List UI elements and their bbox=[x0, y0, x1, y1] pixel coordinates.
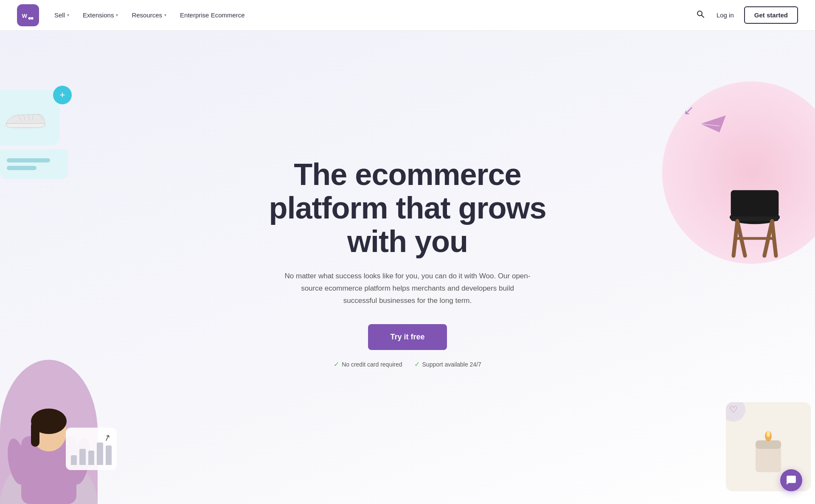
hero-subtitle: No matter what success looks like for yo… bbox=[284, 270, 531, 307]
nav-links: Sell ▾ Extensions ▾ Resources ▾ Enterpri… bbox=[54, 11, 245, 19]
nav-item-sell[interactable]: Sell ▾ bbox=[54, 11, 69, 19]
hero-content: The ecommerce platform that grows with y… bbox=[259, 158, 556, 368]
deco-paper-plane bbox=[700, 115, 726, 134]
login-link[interactable]: Log in bbox=[717, 11, 734, 19]
chat-button[interactable] bbox=[780, 469, 802, 491]
badge-support: ✓ Support available 24/7 bbox=[414, 360, 481, 368]
nav-item-enterprise[interactable]: Enterprise Ecommerce bbox=[180, 11, 245, 19]
hero-section: + ↗ bbox=[0, 31, 815, 504]
svg-rect-25 bbox=[756, 440, 781, 449]
nav-item-resources[interactable]: Resources ▾ bbox=[132, 11, 166, 19]
svg-line-5 bbox=[702, 15, 704, 17]
woo-logo[interactable]: W bbox=[17, 4, 39, 26]
deco-chart: ↗ bbox=[66, 428, 117, 470]
svg-point-2 bbox=[31, 17, 34, 20]
svg-point-27 bbox=[767, 431, 770, 437]
svg-rect-18 bbox=[731, 190, 779, 216]
chart-arrow-icon: ↗ bbox=[102, 432, 112, 444]
chevron-down-icon: ▾ bbox=[67, 13, 69, 17]
deco-plus-icon: + bbox=[53, 86, 72, 104]
nav-right: Log in Get started bbox=[694, 6, 798, 24]
checkmark-icon: ✓ bbox=[334, 360, 339, 368]
hero-title: The ecommerce platform that grows with y… bbox=[259, 158, 556, 259]
nav-left: W Sell ▾ Extensions ▾ Resources ▾ Enterp… bbox=[17, 4, 245, 26]
deco-card-lines bbox=[0, 149, 68, 179]
badge-no-credit-card: ✓ No credit card required bbox=[334, 360, 402, 368]
chat-icon bbox=[786, 475, 797, 486]
svg-point-3 bbox=[28, 17, 31, 20]
try-it-free-button[interactable]: Try it free bbox=[368, 324, 447, 350]
chair-illustration bbox=[721, 175, 789, 260]
deco-pink-circle: ↙ bbox=[662, 81, 815, 264]
curl-arrow-icon: ↙ bbox=[683, 103, 694, 118]
get-started-button[interactable]: Get started bbox=[744, 6, 798, 24]
chevron-down-icon: ▾ bbox=[164, 13, 166, 17]
candle-illustration bbox=[743, 415, 794, 479]
svg-rect-11 bbox=[31, 421, 39, 447]
hero-badges: ✓ No credit card required ✓ Support avai… bbox=[259, 360, 556, 368]
deco-product-card bbox=[0, 90, 59, 145]
chevron-down-icon: ▾ bbox=[116, 13, 118, 17]
nav-item-extensions[interactable]: Extensions ▾ bbox=[83, 11, 118, 19]
svg-marker-14 bbox=[700, 115, 726, 132]
navbar: W Sell ▾ Extensions ▾ Resources ▾ Enterp… bbox=[0, 0, 815, 31]
shoe-illustration bbox=[2, 104, 49, 132]
checkmark-icon: ✓ bbox=[414, 360, 420, 368]
search-button[interactable] bbox=[694, 8, 706, 22]
svg-text:W: W bbox=[22, 13, 28, 19]
